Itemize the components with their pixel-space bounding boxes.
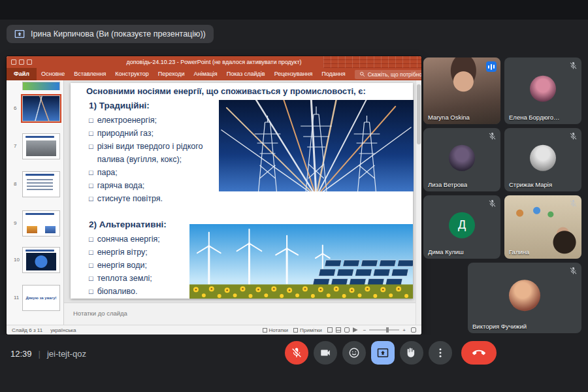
slide-sorter-icon[interactable] — [336, 327, 341, 333]
hand-icon — [406, 347, 417, 359]
slide-thumbnail-8[interactable] — [22, 171, 60, 197]
notes-toggle[interactable]: Нотатки — [263, 327, 289, 333]
tell-me-label: Скажіть, що потрібно зробити... — [368, 71, 421, 78]
camera-icon — [319, 347, 331, 359]
slide-thumbnail-11[interactable]: Дякую за увагу! — [22, 285, 60, 311]
participant-tile-maryna[interactable]: Maryna Oskina — [423, 57, 500, 124]
camera-button[interactable] — [314, 341, 337, 365]
slide-thumbnail-preview — [45, 226, 56, 233]
list-item-text: теплота землі; — [97, 272, 152, 285]
tab-review[interactable]: Рецензування — [270, 68, 318, 80]
participant-name: Виктория Фучижий — [472, 323, 527, 330]
powerpoint-body: 6 7 8 9 10 11 Дякую за увагу! Основними … — [7, 80, 421, 325]
comments-toggle-label: Примітки — [300, 327, 322, 333]
view-buttons — [327, 327, 358, 333]
slide-notes-pane[interactable]: Нотатки до слайда — [64, 302, 416, 325]
tab-slideshow[interactable]: Показ слайдів — [222, 68, 270, 80]
meet-app: Ірина Кирпичова (Ви (показуєте презентац… — [0, 0, 588, 392]
quick-access-toolbar[interactable] — [11, 59, 32, 65]
reactions-button[interactable] — [342, 341, 366, 365]
slide-thumbnail-partial[interactable] — [22, 82, 60, 90]
square-bullet: □ — [89, 233, 93, 246]
slideshow-icon[interactable] — [353, 327, 358, 333]
scrollbar-thumb[interactable] — [417, 84, 421, 144]
slide-thumbnail-preview — [25, 136, 54, 138]
zoom-out-button[interactable]: − — [363, 327, 367, 333]
powerpoint-window: доповідь-24.10.23 - PowerPoint (не вдало… — [7, 56, 421, 335]
more-options-button[interactable] — [429, 341, 452, 365]
mic-off-icon — [569, 199, 578, 208]
end-call-button[interactable] — [461, 341, 497, 365]
zoom-slider[interactable] — [369, 329, 399, 331]
tell-me-box[interactable]: Скажіть, що потрібно зробити... — [355, 70, 421, 79]
raise-hand-button[interactable] — [400, 341, 423, 365]
slide-thumbnail-preview — [25, 213, 54, 215]
mic-button-muted[interactable] — [285, 341, 308, 365]
thumb-number: 6 — [14, 105, 16, 111]
avatar — [449, 144, 475, 171]
call-end-icon — [472, 346, 485, 359]
tab-transitions[interactable]: Переходи — [154, 68, 189, 80]
bottom-bar: 12:39 | jei-tejt-qoz — [0, 335, 588, 392]
tab-animations[interactable]: Анімація — [189, 68, 221, 80]
mic-off-icon — [569, 267, 578, 275]
notes-icon — [263, 328, 267, 333]
list-item-text: стиснуте повітря. — [97, 192, 163, 205]
call-controls — [285, 341, 497, 365]
list-item-text: гаряча вода; — [97, 179, 145, 192]
slide-thumbnail-preview — [26, 140, 56, 156]
slide-thumbnail-10[interactable] — [22, 247, 60, 273]
list-item: □природний газ; — [89, 127, 223, 140]
participant-tile-dyma[interactable]: Д Дима Кулиш — [423, 195, 500, 259]
slide-canvas[interactable]: Основними носіями енергії, що споживаєть… — [71, 83, 413, 299]
square-bullet: □ — [89, 246, 93, 259]
undo-icon[interactable] — [19, 59, 24, 65]
reading-view-icon[interactable] — [344, 327, 350, 333]
square-bullet: □ — [89, 114, 93, 127]
tab-view[interactable]: Подання — [317, 68, 350, 80]
slide-thumbnail-preview — [25, 174, 54, 176]
tab-home[interactable]: Основне — [37, 68, 69, 80]
participant-tile-galina[interactable]: Галина — [504, 195, 581, 259]
zoom-slider-thumb[interactable] — [386, 327, 389, 333]
slide-thumbnail-7[interactable] — [22, 133, 60, 159]
slide-thumbnail-preview — [27, 226, 37, 233]
presenting-banner: Ірина Кирпичова (Ви (показуєте презентац… — [7, 25, 214, 43]
mic-off-icon — [488, 132, 497, 140]
tell-me-icon — [359, 71, 365, 77]
slide-thumbnail-9[interactable] — [22, 210, 60, 237]
participant-name: Галина — [509, 248, 529, 255]
tab-insert[interactable]: Вставлення — [69, 68, 110, 80]
save-icon[interactable] — [11, 59, 16, 65]
list-item-text: енергія води; — [97, 259, 147, 272]
participant-name: Елена Бордюго… — [509, 114, 560, 121]
slide-title: Основними носіями енергії, що споживаєть… — [86, 86, 409, 96]
participant-tile-stryzhak[interactable]: Стрижак Марія — [504, 128, 581, 191]
clock: 12:39 — [10, 349, 32, 359]
slide-thumbnail-6[interactable] — [22, 95, 60, 122]
participant-tile-liza[interactable]: Лиза Ветрова — [423, 128, 500, 191]
fit-to-window-icon[interactable] — [411, 327, 416, 333]
participant-tile-elena[interactable]: Елена Бордюго… — [504, 57, 581, 124]
participant-tile-viktoria[interactable]: Виктория Фучижий — [468, 263, 581, 333]
square-bullet: □ — [89, 140, 93, 166]
normal-view-icon[interactable] — [327, 327, 333, 333]
vertical-scrollbar[interactable] — [416, 80, 421, 325]
tab-file[interactable]: Файл — [7, 68, 37, 80]
present-button-active[interactable] — [371, 341, 395, 365]
avatar — [530, 144, 556, 171]
list-item-text: енергія вітру; — [97, 246, 148, 259]
list-item: □енергія вітру; — [89, 246, 193, 259]
list-item: □електроенергія; — [89, 114, 223, 127]
square-bullet: □ — [89, 259, 93, 272]
redo-icon[interactable] — [27, 59, 32, 65]
zoom-in-button[interactable]: + — [402, 327, 406, 333]
tab-design[interactable]: Конструктор — [110, 68, 153, 80]
powerpoint-status-bar: Слайд 6 з 11 українська Нотатки Примітки… — [7, 325, 421, 335]
comments-toggle[interactable]: Примітки — [293, 327, 322, 333]
slide-list-traditional: □електроенергія; □природний газ; □різні … — [89, 114, 223, 205]
avatar — [530, 76, 556, 102]
language-indicator[interactable]: українська — [50, 327, 76, 333]
square-bullet: □ — [89, 127, 93, 140]
list-item: □стиснуте повітря. — [89, 192, 223, 205]
